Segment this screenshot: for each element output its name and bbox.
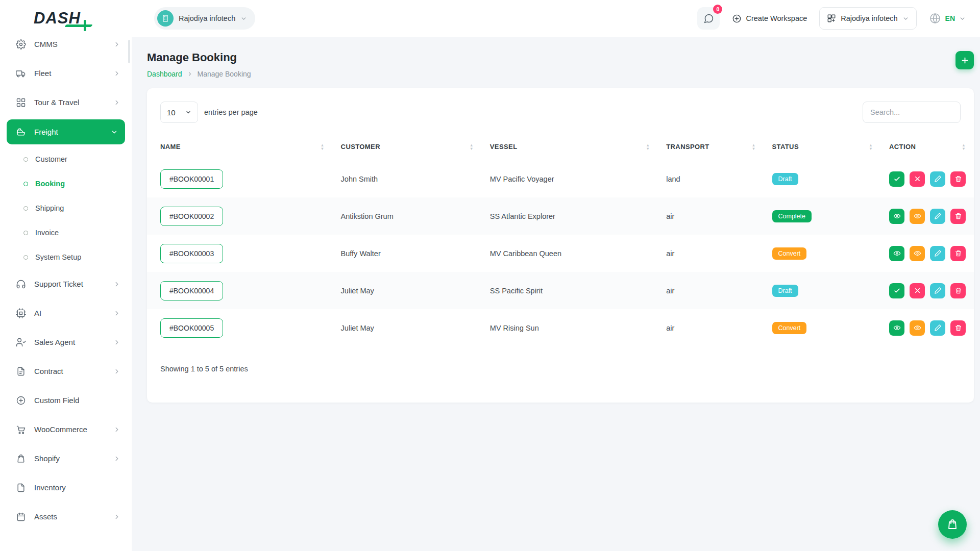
delete-button[interactable] (950, 320, 966, 336)
sidebar-item-assets[interactable]: Assets (0, 502, 132, 531)
booking-number-link[interactable]: #BOOK00003 (160, 244, 223, 263)
edit-button[interactable] (930, 320, 945, 336)
add-booking-button[interactable] (955, 51, 974, 69)
sidebar-item-contract[interactable]: Contract (0, 357, 132, 386)
shopping-bag-icon (946, 518, 959, 531)
delete-button[interactable] (950, 283, 966, 298)
booking-number-link[interactable]: #BOOK00002 (160, 207, 223, 226)
edit-button[interactable] (930, 283, 945, 298)
view-button[interactable] (889, 209, 904, 224)
status-badge: Draft (772, 173, 798, 185)
entries-per-page-select[interactable]: 10 (160, 102, 198, 123)
delete-button[interactable] (950, 171, 966, 187)
account-switcher[interactable]: Rajodiya infotech (819, 7, 916, 30)
messages-button[interactable]: 0 (697, 7, 720, 30)
booking-number-link[interactable]: #BOOK00004 (160, 281, 223, 300)
woocommerce-icon (15, 424, 27, 435)
sidebar-item-label: AI (34, 309, 113, 317)
sort-icon: ▲▼ (864, 143, 873, 151)
sidebar-item-sales-agent[interactable]: Sales Agent (0, 328, 132, 357)
entries-per-page-label: entries per page (204, 108, 258, 116)
sidebar-item-label: Tour & Travel (34, 98, 113, 107)
column-header-status[interactable]: STATUS▲▼ (764, 133, 881, 160)
sidebar-item-inventory[interactable]: Inventory (0, 473, 132, 502)
confirm-button[interactable] (889, 171, 904, 187)
row-actions (889, 283, 966, 298)
sidebar-item-support-ticket[interactable]: Support Ticket (0, 269, 132, 298)
account-label: Rajodiya infotech (841, 14, 897, 22)
sidebar-subitem-label: Customer (35, 155, 67, 163)
language-switcher[interactable]: EN (929, 12, 966, 24)
booking-number-link[interactable]: #BOOK00001 (160, 169, 223, 189)
column-header-name[interactable]: NAME▲▼ (147, 133, 333, 160)
globe-icon (929, 12, 941, 24)
sidebar-scrollbar[interactable] (128, 40, 130, 63)
table-row: #BOOK00005Juliet MayMV Rising SunairConv… (147, 309, 974, 346)
edit-button[interactable] (930, 171, 945, 187)
cart-fab-button[interactable] (938, 510, 967, 539)
sidebar-subitem-invoice[interactable]: Invoice (0, 220, 132, 245)
preview-button[interactable] (910, 320, 925, 336)
delete-button[interactable] (950, 246, 966, 261)
row-actions (889, 320, 966, 336)
sidebar-subitem-shipping[interactable]: Shipping (0, 196, 132, 220)
sidebar-subitem-booking[interactable]: Booking (0, 171, 132, 196)
sidebar-item-label: Custom Field (34, 396, 120, 405)
column-header-customer[interactable]: CUSTOMER▲▼ (333, 133, 482, 160)
trash-icon (954, 249, 962, 257)
chevron-right-icon (113, 281, 120, 288)
transport-cell: air (658, 197, 764, 235)
sidebar-item-ai[interactable]: AI (0, 298, 132, 328)
trash-icon (954, 324, 962, 332)
pencil-icon (934, 287, 942, 294)
view-button[interactable] (889, 320, 904, 336)
sidebar-item-woocommerce[interactable]: WooCommerce (0, 415, 132, 444)
sidebar-item-freight[interactable]: Freight (7, 119, 125, 144)
edit-button[interactable] (930, 246, 945, 261)
sort-icon: ▲▼ (957, 143, 966, 151)
confirm-button[interactable] (889, 283, 904, 298)
shopify-icon (15, 453, 27, 464)
sidebar-item-custom-field[interactable]: Custom Field (0, 386, 132, 415)
column-label: CUSTOMER (341, 143, 380, 151)
search-input[interactable] (863, 102, 961, 123)
freight-ship-icon (15, 127, 27, 138)
view-button[interactable] (889, 246, 904, 261)
transport-cell: air (658, 235, 764, 272)
edit-button[interactable] (930, 209, 945, 224)
sidebar-item-tour-travel[interactable]: Tour & Travel (0, 88, 132, 117)
pencil-icon (934, 249, 942, 257)
column-header-action[interactable]: ACTION▲▼ (881, 133, 974, 160)
sidebar-item-cmms[interactable]: CMMS (0, 37, 132, 59)
trash-icon (954, 212, 962, 220)
reject-button[interactable] (910, 283, 925, 298)
breadcrumb-current: Manage Booking (198, 70, 251, 78)
column-label: NAME (160, 143, 181, 151)
chevron-right-icon (113, 41, 120, 48)
preview-button[interactable] (910, 246, 925, 261)
column-header-vessel[interactable]: VESSEL▲▼ (482, 133, 658, 160)
sidebar-item-label: Shopify (34, 454, 113, 463)
sidebar-nav: CMMSFleetTour & TravelFreightCustomerBoo… (0, 37, 132, 541)
sidebar-subitem-label: Invoice (35, 229, 59, 237)
fleet-icon (15, 68, 27, 79)
vessel-cell: SS Atlantic Explorer (482, 197, 658, 235)
support-ticket-icon (15, 279, 27, 290)
transport-cell: air (658, 309, 764, 346)
tour-travel-icon (15, 97, 27, 108)
reject-button[interactable] (910, 171, 925, 187)
inventory-icon (15, 482, 27, 493)
workspace-switcher[interactable]: Rajodiya infotech (154, 7, 255, 30)
row-actions (889, 209, 966, 224)
create-workspace-button[interactable]: Create Workspace (732, 14, 807, 23)
delete-button[interactable] (950, 209, 966, 224)
sidebar-subitem-customer[interactable]: Customer (0, 147, 132, 171)
breadcrumb-dashboard-link[interactable]: Dashboard (147, 70, 182, 78)
booking-number-link[interactable]: #BOOK00005 (160, 318, 223, 338)
column-header-transport[interactable]: TRANSPORT▲▼ (658, 133, 764, 160)
check-icon (893, 287, 901, 294)
sidebar-subitem-system-setup[interactable]: System Setup (0, 245, 132, 269)
preview-button[interactable] (910, 209, 925, 224)
sidebar-item-shopify[interactable]: Shopify (0, 444, 132, 473)
sidebar-item-fleet[interactable]: Fleet (0, 59, 132, 88)
